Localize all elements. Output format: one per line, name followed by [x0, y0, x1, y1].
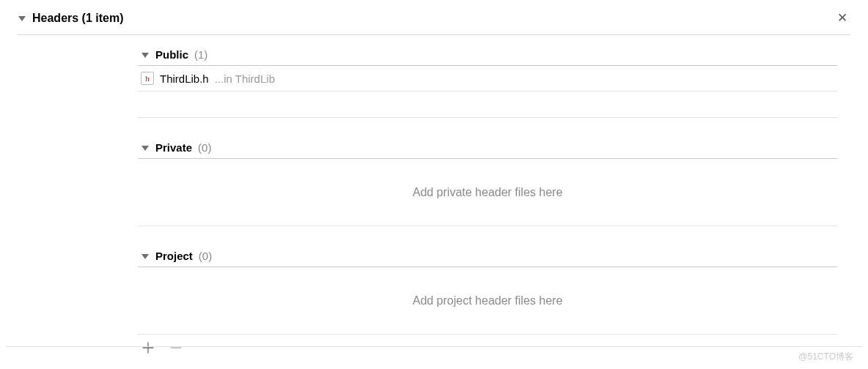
project-section-header[interactable]: Project (0) [138, 250, 837, 267]
file-path: ...in ThirdLib [215, 72, 275, 85]
footer-controls [138, 335, 837, 364]
public-section-count: (1) [194, 48, 207, 61]
headers-title: Headers (1 item) [32, 12, 124, 25]
project-section-title: Project [155, 250, 193, 262]
svg-marker-1 [141, 53, 149, 58]
disclosure-triangle-icon[interactable] [141, 51, 150, 59]
bottom-divider [6, 346, 862, 347]
svg-marker-3 [141, 254, 149, 259]
project-section-count: (0) [199, 250, 212, 262]
disclosure-triangle-icon[interactable] [141, 252, 150, 261]
private-section-count: (0) [198, 141, 211, 154]
disclosure-triangle-icon[interactable] [18, 14, 26, 23]
private-section-title: Private [155, 141, 192, 154]
project-placeholder: Add project header files here [413, 294, 563, 308]
section-header-row: Headers (1 item) ✕ [18, 10, 850, 35]
svg-marker-2 [141, 146, 149, 151]
empty-row [138, 92, 837, 118]
public-section-title: Public [155, 48, 188, 61]
header-file-icon: h [141, 72, 154, 85]
public-section-header[interactable]: Public (1) [138, 48, 837, 66]
private-placeholder: Add private header files here [413, 186, 563, 199]
disclosure-triangle-icon[interactable] [141, 144, 150, 152]
private-drop-zone[interactable]: Add private header files here [138, 159, 837, 226]
add-button-icon[interactable] [141, 340, 155, 355]
project-drop-zone[interactable]: Add project header files here [138, 267, 837, 335]
watermark: @51CTO博客 [798, 351, 853, 363]
svg-marker-0 [18, 16, 26, 21]
public-section: Public (1) h ThirdLib.h ...in ThirdLib [138, 48, 837, 118]
close-icon[interactable]: ✕ [834, 10, 850, 26]
file-row[interactable]: h ThirdLib.h ...in ThirdLib [138, 66, 837, 92]
file-name: ThirdLib.h [160, 72, 209, 85]
private-section-header[interactable]: Private (0) [138, 141, 837, 159]
private-section: Private (0) Add private header files her… [138, 141, 837, 226]
remove-button-icon[interactable] [169, 340, 183, 355]
